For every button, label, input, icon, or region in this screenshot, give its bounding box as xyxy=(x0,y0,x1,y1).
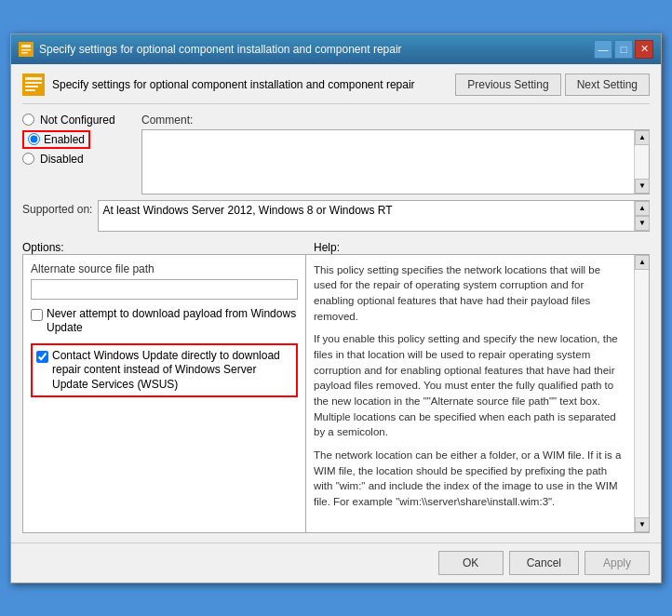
never-download-label: Never attempt to download payload from W… xyxy=(47,307,298,336)
never-download-option: Never attempt to download payload from W… xyxy=(31,307,298,336)
scroll-track xyxy=(635,145,649,179)
window-icon xyxy=(19,42,34,57)
enabled-radio[interactable] xyxy=(28,133,40,145)
help-scrollbar: ▲ ▼ xyxy=(634,255,649,532)
help-section-label: Help: xyxy=(314,241,650,254)
comment-column: Comment: ▲ ▼ xyxy=(141,114,650,194)
supported-scrollbar: ▲ ▼ xyxy=(634,201,649,231)
maximize-button[interactable]: □ xyxy=(614,40,633,59)
contact-wu-checkbox[interactable] xyxy=(36,351,48,363)
scroll-up-arrow[interactable]: ▲ xyxy=(635,130,650,145)
next-setting-button[interactable]: Next Setting xyxy=(565,74,650,96)
navigation-buttons: Previous Setting Next Setting xyxy=(455,74,650,96)
help-scroll-track xyxy=(635,270,649,517)
top-navigation-bar: Specify settings for optional component … xyxy=(22,74,650,104)
options-help-panels: Alternate source file path Never attempt… xyxy=(22,254,650,533)
window-title: Specify settings for optional component … xyxy=(39,43,402,56)
help-paragraph-3: The network location can be either a fol… xyxy=(314,448,626,506)
title-bar-left: Specify settings for optional component … xyxy=(19,42,402,57)
policy-icon xyxy=(22,74,45,96)
window-content: Specify settings for optional component … xyxy=(11,64,661,542)
supported-scroll-down[interactable]: ▼ xyxy=(635,216,650,231)
svg-rect-2 xyxy=(21,49,31,51)
comment-field-container: ▲ ▼ xyxy=(141,129,650,194)
not-configured-label: Not Configured xyxy=(40,114,115,127)
cancel-button[interactable]: Cancel xyxy=(509,551,579,575)
minimize-button[interactable]: — xyxy=(594,40,612,59)
alt-source-input[interactable] xyxy=(31,279,298,300)
help-text: This policy setting specifies the networ… xyxy=(314,262,626,506)
options-section-label: Options: xyxy=(22,241,306,254)
never-download-checkbox[interactable] xyxy=(31,309,43,321)
enabled-label-box: Enabled xyxy=(22,130,90,149)
svg-rect-5 xyxy=(25,77,42,80)
disabled-radio[interactable] xyxy=(22,153,34,165)
help-paragraph-2: If you enable this policy setting and sp… xyxy=(314,331,626,440)
ok-button[interactable]: OK xyxy=(438,551,504,575)
top-bar-title: Specify settings for optional component … xyxy=(52,78,415,91)
svg-rect-8 xyxy=(25,89,35,91)
scroll-down-arrow[interactable]: ▼ xyxy=(635,179,650,194)
comment-scrollbar: ▲ ▼ xyxy=(634,130,649,194)
disabled-option[interactable]: Disabled xyxy=(22,153,134,166)
svg-rect-7 xyxy=(25,86,38,87)
main-window: Specify settings for optional component … xyxy=(10,33,662,583)
supported-on-label: Supported on: xyxy=(22,200,92,216)
svg-rect-3 xyxy=(21,52,28,54)
svg-rect-6 xyxy=(25,82,42,84)
top-bar-description: Specify settings for optional component … xyxy=(22,74,415,96)
contact-wu-label: Contact Windows Update directly to downl… xyxy=(52,349,292,393)
supported-on-container: At least Windows Server 2012, Windows 8 … xyxy=(98,200,650,232)
help-panel: This policy setting specifies the networ… xyxy=(306,254,650,533)
section-labels-row: Options: Help: xyxy=(22,241,650,254)
previous-setting-button[interactable]: Previous Setting xyxy=(455,74,560,96)
options-panel: Alternate source file path Never attempt… xyxy=(22,254,306,533)
supported-on-row: Supported on: At least Windows Server 20… xyxy=(22,200,650,232)
enabled-option[interactable]: Enabled xyxy=(22,130,134,149)
radio-comment-section: Not Configured Enabled Disabled Comment: xyxy=(22,114,650,194)
help-scroll-down[interactable]: ▼ xyxy=(635,517,650,532)
enabled-label-text: Enabled xyxy=(44,133,85,146)
comment-label: Comment: xyxy=(141,114,650,127)
not-configured-radio[interactable] xyxy=(22,114,34,126)
contact-wu-option: Contact Windows Update directly to downl… xyxy=(31,343,298,398)
help-panel-content: This policy setting specifies the networ… xyxy=(306,255,634,532)
apply-button[interactable]: Apply xyxy=(585,551,650,575)
supported-on-value: At least Windows Server 2012, Windows 8 … xyxy=(99,201,634,231)
disabled-label: Disabled xyxy=(40,153,84,166)
radio-column: Not Configured Enabled Disabled xyxy=(22,114,134,194)
close-button[interactable]: ✕ xyxy=(635,40,653,59)
help-paragraph-1: This policy setting specifies the networ… xyxy=(314,262,626,325)
footer: OK Cancel Apply xyxy=(11,542,661,583)
help-label-text: Help: xyxy=(314,241,340,254)
svg-rect-1 xyxy=(21,45,31,47)
comment-textarea[interactable] xyxy=(142,130,634,194)
help-scroll-up[interactable]: ▲ xyxy=(635,255,650,270)
options-label-text: Options: xyxy=(22,241,64,254)
not-configured-option[interactable]: Not Configured xyxy=(22,114,134,127)
alt-source-label: Alternate source file path xyxy=(31,262,298,275)
supported-scroll-up[interactable]: ▲ xyxy=(635,201,650,216)
title-buttons: — □ ✕ xyxy=(594,40,653,59)
title-bar: Specify settings for optional component … xyxy=(11,34,661,64)
